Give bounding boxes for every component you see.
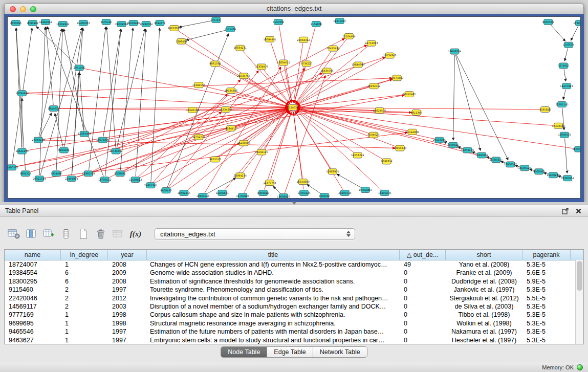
graph-node[interactable]: 14470923	[560, 83, 573, 89]
graph-node[interactable]: 10600478	[558, 132, 571, 138]
function-builder-button[interactable]: f(x)	[129, 227, 142, 240]
citation-graph[interactable]: 1724034180201341275271296755132099427411…	[8, 17, 580, 198]
graph-node[interactable]: 10078344	[96, 137, 109, 143]
graph-node[interactable]: 26203420	[127, 20, 140, 26]
graph-node[interactable]: 13000542	[504, 162, 517, 167]
graph-node[interactable]: 9000763	[533, 169, 545, 174]
graph-node[interactable]: 8300945	[115, 171, 126, 177]
graph-node[interactable]: 14053214	[351, 152, 364, 158]
graph-node[interactable]: 12104404	[342, 33, 355, 39]
graph-node[interactable]: 1125434	[225, 26, 236, 32]
table-row[interactable]: 946362711997Embryonic stem cells: a mode…	[5, 336, 583, 344]
graph-node[interactable]: 12299034	[140, 21, 153, 27]
graph-node[interactable]: 9675513	[209, 157, 221, 162]
table-row[interactable]: 1938455462009Genome-wide association stu…	[5, 269, 583, 277]
table-row[interactable]: 977716911998Corpus callosum shape and si…	[5, 311, 583, 319]
graph-node[interactable]: 21004334	[115, 21, 128, 27]
graph-node[interactable]: 19464344	[39, 19, 52, 25]
graph-node[interactable]: 35723	[212, 17, 221, 23]
new-row-button[interactable]	[59, 227, 73, 240]
table-row[interactable]: 946554611997Estimation of the future num…	[5, 327, 583, 336]
new-table-button[interactable]	[77, 227, 90, 240]
table-select-dropdown[interactable]: citations_edges.txt	[155, 228, 355, 240]
delete-button[interactable]	[94, 227, 107, 240]
column-header-in_degree[interactable]: in_degree	[61, 250, 108, 260]
graph-node[interactable]: 26203333	[168, 25, 181, 31]
table-row[interactable]: 2242004622012Investigating the contribut…	[5, 294, 583, 302]
graph-node[interactable]: 14754083	[365, 40, 378, 46]
graph-node[interactable]: 1595818	[539, 107, 551, 113]
graph-node[interactable]: 9094371	[154, 20, 165, 26]
graph-node[interactable]: 22701145	[555, 102, 568, 107]
graph-node[interactable]: 20994274	[234, 173, 247, 179]
import-table-button[interactable]	[112, 227, 125, 240]
network-canvas[interactable]: 1724034180201341275271296755132099427411…	[7, 16, 581, 199]
graph-node[interactable]: 1724034	[287, 105, 298, 111]
graph-node[interactable]: 16400128	[518, 165, 531, 171]
graph-node[interactable]: 9505145	[101, 19, 112, 25]
graph-node[interactable]: 13302788	[82, 171, 95, 177]
graph-node[interactable]: 9204581	[58, 147, 70, 153]
graph-node[interactable]: 14206671	[216, 190, 229, 196]
graph-node[interactable]: 9096354	[381, 159, 393, 164]
column-header-out_de[interactable]: △ out_de...	[400, 250, 446, 260]
graph-node[interactable]: 21700988	[236, 193, 249, 198]
graph-node[interactable]: 17004125	[297, 190, 310, 196]
graph-node[interactable]: 11108823	[129, 177, 142, 183]
graph-node[interactable]: 12300654	[561, 176, 574, 181]
graph-node[interactable]: 11934408	[78, 131, 91, 137]
graph-node[interactable]: 7600421	[447, 142, 459, 148]
graph-node[interactable]: 9934412	[225, 125, 236, 131]
table-row[interactable]: 1456911722003Disruption of a novel membe…	[5, 302, 583, 311]
table-scrollbar[interactable]	[575, 260, 583, 344]
graph-node[interactable]: 9734220	[301, 61, 312, 67]
graph-node[interactable]: 10963905	[326, 169, 339, 174]
graph-node[interactable]: 25000317	[490, 157, 503, 163]
graph-node[interactable]: 17284556	[192, 82, 205, 88]
graph-node[interactable]: 16694905	[263, 36, 276, 42]
graph-node[interactable]: 12752712	[192, 134, 205, 140]
minimize-button[interactable]	[20, 6, 26, 12]
graph-node[interactable]: 18434125	[255, 149, 268, 155]
column-header-name[interactable]: name	[5, 250, 61, 260]
graph-node[interactable]: 9902214	[20, 171, 31, 177]
graph-node[interactable]: 8903324	[257, 190, 269, 196]
graph-node[interactable]: 12217087	[333, 18, 346, 24]
graph-node[interactable]: 11834207	[220, 107, 232, 113]
graph-node[interactable]: 7893404	[176, 38, 187, 44]
graph-node[interactable]: 9300567	[319, 193, 330, 198]
graph-node[interactable]: 2051100	[74, 65, 85, 71]
graph-node[interactable]: 16034244	[15, 91, 28, 96]
table-row[interactable]: 1830029562008Estimation of significance …	[5, 277, 583, 286]
zoom-button[interactable]	[30, 6, 36, 12]
table-row[interactable]: 1872400712008Changes of HCN gene express…	[5, 260, 583, 269]
graph-node[interactable]: 9600478	[160, 188, 171, 193]
graph-node[interactable]: 16834012	[277, 60, 290, 65]
graph-node[interactable]: 11544908	[406, 129, 419, 135]
column-header-short[interactable]: short	[446, 250, 522, 260]
window-titlebar[interactable]: citations_edges.txt	[4, 3, 584, 14]
graph-node[interactable]: 10234712	[367, 83, 380, 89]
graph-node[interactable]: 12334876	[255, 64, 268, 70]
column-header-pagerank[interactable]: pagerank	[522, 250, 571, 260]
graph-node[interactable]: 7904466	[51, 171, 62, 177]
graph-node[interactable]: 10504342	[56, 21, 69, 27]
table-row[interactable]: 969969511998Structural magnetic resonanc…	[5, 319, 583, 327]
graph-node[interactable]: 8644031	[48, 106, 59, 112]
graph-node[interactable]: 21400239	[547, 172, 559, 178]
graph-node[interactable]: 22401954	[65, 176, 78, 182]
new-column-button[interactable]	[42, 227, 55, 240]
graph-node[interactable]: 1154808	[311, 21, 322, 27]
graph-node[interactable]: 13403432	[552, 123, 564, 128]
graph-node[interactable]: 23200143	[338, 190, 351, 196]
tab-edge-table[interactable]: Edge Table	[267, 347, 312, 357]
graph-node[interactable]: 16644950	[296, 179, 309, 185]
graph-node[interactable]: 16705512	[98, 177, 111, 183]
column-header-title[interactable]: title	[147, 250, 400, 260]
graph-node[interactable]: 19955430	[394, 145, 406, 151]
show-columns-button[interactable]	[25, 227, 38, 240]
graph-node[interactable]: 10302984	[359, 187, 372, 193]
graph-node[interactable]: 17300219	[573, 20, 580, 26]
graph-node[interactable]: 20911034	[33, 176, 46, 182]
graph-node[interactable]: 19734343	[383, 53, 396, 58]
